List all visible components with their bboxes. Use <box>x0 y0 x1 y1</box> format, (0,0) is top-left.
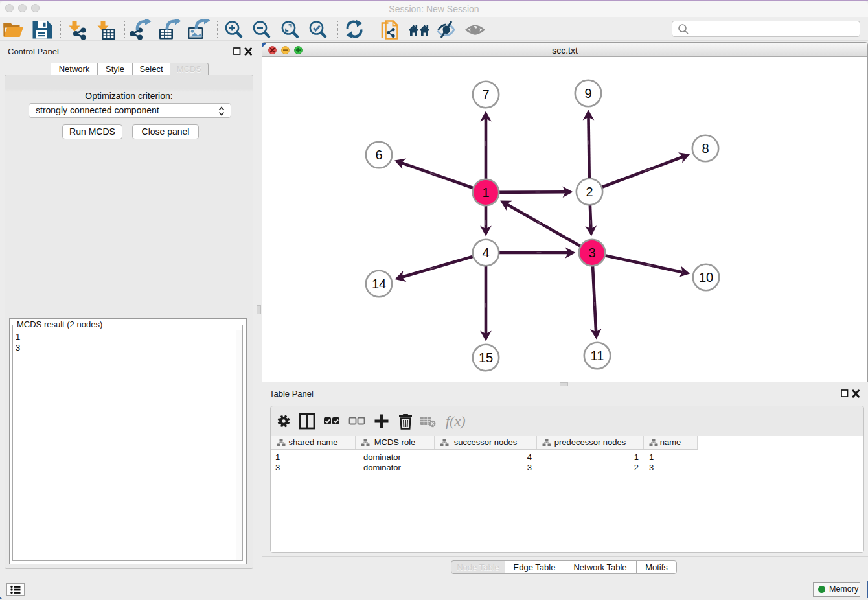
svg-text:14: 14 <box>372 277 386 291</box>
svg-text:8: 8 <box>702 141 709 156</box>
svg-text:3: 3 <box>588 246 595 260</box>
svg-text:10: 10 <box>699 270 713 284</box>
svg-text:f(x): f(x) <box>446 413 466 429</box>
svg-text:2: 2 <box>586 185 593 199</box>
svg-text:4: 4 <box>482 246 489 260</box>
svg-text:6: 6 <box>375 148 382 162</box>
svg-text:1: 1 <box>482 185 489 200</box>
svg-text:11: 11 <box>591 349 604 363</box>
svg-text:9: 9 <box>584 86 591 100</box>
svg-text:7: 7 <box>482 87 489 102</box>
svg-text:15: 15 <box>479 351 493 365</box>
